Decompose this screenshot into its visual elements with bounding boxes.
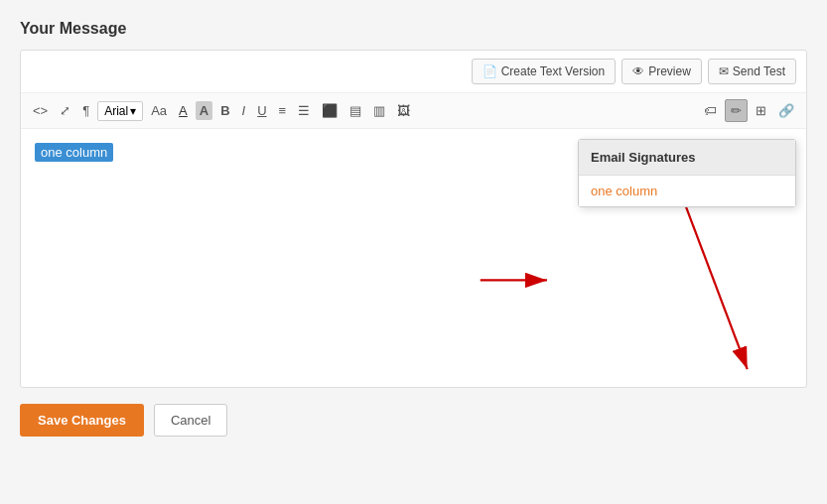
- editor-content[interactable]: one column Email Signatures one column: [21, 129, 806, 387]
- link-button[interactable]: 🔗: [774, 101, 798, 120]
- font-highlight-button[interactable]: A: [196, 101, 212, 120]
- doc-icon: 📄: [482, 64, 497, 78]
- image-button[interactable]: 🖼: [393, 101, 414, 120]
- ordered-list-button[interactable]: ☰: [294, 101, 314, 120]
- align-left-button[interactable]: ⬛: [318, 101, 342, 120]
- save-changes-button[interactable]: Save Changes: [20, 404, 144, 437]
- font-selector[interactable]: Arial ▾: [97, 101, 143, 121]
- font-name: Arial: [104, 104, 128, 118]
- tag-button[interactable]: 🏷: [700, 101, 721, 120]
- unordered-list-button[interactable]: ≡: [275, 101, 291, 120]
- code-view-button[interactable]: <>: [29, 101, 52, 120]
- footer-buttons: Save Changes Cancel: [20, 404, 807, 437]
- dropdown-item-one-column[interactable]: one column: [579, 176, 795, 206]
- create-text-version-button[interactable]: 📄 Create Text Version: [472, 59, 617, 84]
- font-color-button[interactable]: A: [175, 101, 192, 120]
- editor-container: 📄 Create Text Version 👁 Preview ✉ Send T…: [20, 50, 807, 388]
- send-test-label: Send Test: [733, 64, 785, 78]
- align-center-button[interactable]: ▤: [345, 101, 365, 120]
- signature-dropdown: Email Signatures one column: [578, 139, 796, 207]
- toolbar-right-group: 🏷 ✏ ⊞ 🔗: [700, 99, 798, 122]
- formatting-toolbar: <> ⤢ ¶ Arial ▾ Aa A A B I U ≡ ☰ ⬛ ▤ ▥ 🖼 …: [21, 93, 806, 129]
- editor-body: one column Email Signatures one column: [21, 129, 806, 387]
- font-size-button[interactable]: Aa: [147, 101, 171, 120]
- create-text-label: Create Text Version: [501, 64, 606, 78]
- preview-button[interactable]: 👁 Preview: [621, 59, 702, 84]
- page-title: Your Message: [20, 20, 807, 38]
- paragraph-button[interactable]: ¶: [78, 101, 93, 120]
- signature-button[interactable]: ✏: [725, 99, 748, 122]
- dropdown-header: Email Signatures: [579, 140, 795, 176]
- grid-button[interactable]: ⊞: [752, 101, 770, 120]
- italic-button[interactable]: I: [238, 101, 250, 120]
- eye-icon: 👁: [632, 64, 644, 78]
- align-right-button[interactable]: ▥: [369, 101, 389, 120]
- font-dropdown-arrow: ▾: [130, 104, 136, 118]
- fullscreen-button[interactable]: ⤢: [56, 101, 74, 120]
- underline-button[interactable]: U: [253, 101, 270, 120]
- bold-button[interactable]: B: [216, 101, 233, 120]
- preview-label: Preview: [648, 64, 691, 78]
- selected-text: one column: [35, 143, 113, 162]
- send-test-button[interactable]: ✉ Send Test: [708, 59, 796, 84]
- mail-icon: ✉: [719, 64, 729, 78]
- cancel-button[interactable]: Cancel: [154, 404, 227, 437]
- editor-top-bar: 📄 Create Text Version 👁 Preview ✉ Send T…: [21, 51, 806, 93]
